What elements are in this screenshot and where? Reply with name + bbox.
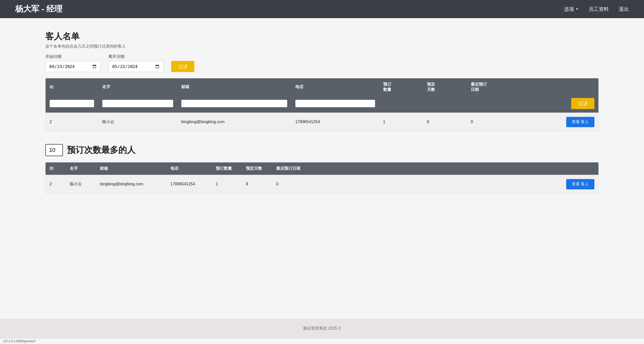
top-col-header-id: ID	[46, 162, 66, 175]
filter-cell-action: 过滤	[528, 96, 598, 113]
col-header-phone: 电话	[291, 78, 379, 96]
top-table-row: 2 陈小云 bingbing@bingbing.com 17896541254 …	[46, 175, 598, 193]
start-date-label: 开始日期	[45, 54, 101, 59]
end-date-input[interactable]	[108, 61, 164, 72]
col-header-last-booking: 最后预订日期	[467, 78, 528, 96]
start-date-group: 开始日期	[45, 54, 101, 72]
start-date-input[interactable]	[45, 61, 101, 72]
logout-label: 退出	[619, 6, 629, 13]
top-bookings-title-row: 预订次数最多的人	[45, 144, 599, 156]
options-label: 选项	[564, 6, 574, 13]
guest-row-action-cell: 查看 客人	[528, 113, 598, 131]
top-row-bookings: 1	[212, 175, 242, 193]
top-col-header-name: 名字	[66, 162, 96, 175]
guest-list-title: 客人名单	[45, 31, 599, 42]
status-bar-url: 127.0.0.1:8000/guests/#	[3, 339, 35, 343]
guest-list-header: 客人名单 这个名单包括在这几天之间预订过房间的客人	[45, 31, 599, 49]
end-date-label: 离开日期	[108, 54, 164, 59]
view-guest-button[interactable]: 查看 客人	[566, 117, 594, 127]
top-row-name: 陈小云	[66, 175, 96, 193]
col-header-action	[528, 78, 598, 96]
filter-cell-phone	[291, 96, 379, 113]
guest-list-table-container: ID 名字 邮箱 电话 预订数量 预定天数 最后预订日期	[45, 78, 599, 131]
top-count-input[interactable]	[45, 144, 63, 156]
guest-table-filter-row: 过滤	[46, 96, 598, 113]
header-nav: 选项 ▼ 员工资料 退出	[564, 6, 629, 13]
filter-input-phone[interactable]	[295, 100, 375, 107]
top-bookings-title: 预订次数最多的人	[67, 144, 135, 156]
filter-cell-days	[423, 96, 467, 113]
top-bookings-section: 预订次数最多的人 ID 名字 邮箱 电话 预订数量 预定天数 最后预订日期	[45, 144, 599, 194]
top-bookings-table-container: ID 名字 邮箱 电话 预订数量 预定天数 最后预订日期 2 陈小云 bing	[45, 162, 599, 194]
footer: 酒店管理系统 2025 ©	[0, 319, 644, 338]
top-col-header-action	[317, 162, 598, 175]
top-col-header-email: 邮箱	[96, 162, 166, 175]
top-row-last-booking: 0	[272, 175, 317, 193]
guest-row-phone: 17896541254	[291, 113, 379, 131]
col-header-id: ID	[46, 78, 98, 96]
top-row-days: 8	[242, 175, 272, 193]
filter-cell-name	[98, 96, 177, 113]
guest-table-header-row: ID 名字 邮箱 电话 预订数量 预定天数 最后预订日期	[46, 78, 598, 96]
header: 杨大军 - 经理 选项 ▼ 员工资料 退出	[0, 0, 644, 18]
top-col-header-phone: 电话	[166, 162, 212, 175]
employee-info-link[interactable]: 员工资料	[589, 6, 609, 13]
header-title: 杨大军 - 经理	[15, 4, 62, 15]
chevron-down-icon: ▼	[576, 7, 579, 11]
guest-table-body: 2 陈小云 bingbing@bingbing.com 17896541254 …	[46, 113, 598, 131]
employee-info-label: 员工资料	[589, 6, 609, 13]
guest-row-last-booking: 0	[467, 113, 528, 131]
top-col-header-days: 预定天数	[242, 162, 272, 175]
logout-button[interactable]: 退出	[619, 6, 629, 13]
guest-table-row: 2 陈小云 bingbing@bingbing.com 17896541254 …	[46, 113, 598, 131]
filter-cell-last	[467, 96, 528, 113]
top-bookings-table: ID 名字 邮箱 电话 预订数量 预定天数 最后预订日期 2 陈小云 bing	[46, 162, 598, 193]
date-filter-row: 开始日期 离开日期 过滤	[45, 54, 599, 72]
guest-row-days: 8	[423, 113, 467, 131]
top-col-header-last: 最后预订日期	[272, 162, 317, 175]
top-row-phone: 17896541254	[166, 175, 212, 193]
top-col-header-bookings: 预订数量	[212, 162, 242, 175]
date-filter-button[interactable]: 过滤	[171, 61, 194, 72]
filter-input-name[interactable]	[102, 100, 173, 107]
guest-list-section: 客人名单 这个名单包括在这几天之间预订过房间的客人 开始日期 离开日期 过滤 I…	[45, 31, 599, 131]
guest-row-name: 陈小云	[98, 113, 177, 131]
guest-list-table: ID 名字 邮箱 电话 预订数量 预定天数 最后预订日期	[46, 78, 598, 131]
filter-cell-id	[46, 96, 98, 113]
guest-row-id: 2	[46, 113, 98, 131]
guest-row-email: bingbing@bingbing.com	[177, 113, 291, 131]
table-filter-button[interactable]: 过滤	[571, 98, 594, 109]
end-date-group: 离开日期	[108, 54, 164, 72]
top-row-id: 2	[46, 175, 66, 193]
top-row-email: bingbing@bingbing.com	[96, 175, 166, 193]
top-table-header-row: ID 名字 邮箱 电话 预订数量 预定天数 最后预订日期	[46, 162, 598, 175]
main-content: 客人名单 这个名单包括在这几天之间预订过房间的客人 开始日期 离开日期 过滤 I…	[0, 18, 644, 319]
guest-list-subtitle: 这个名单包括在这几天之间预订过房间的客人	[45, 44, 599, 49]
options-menu[interactable]: 选项 ▼	[564, 6, 579, 13]
col-header-name: 名字	[98, 78, 177, 96]
col-header-bookings: 预订数量	[379, 78, 423, 96]
top-row-action-cell: 查看 客人	[317, 175, 598, 193]
filter-input-id[interactable]	[50, 100, 94, 107]
filter-cell-bookings	[379, 96, 423, 113]
filter-input-email[interactable]	[181, 100, 287, 107]
col-header-email: 邮箱	[177, 78, 291, 96]
footer-text: 酒店管理系统 2025 ©	[303, 326, 341, 330]
col-header-days: 预定天数	[423, 78, 467, 96]
top-bookings-table-body: 2 陈小云 bingbing@bingbing.com 17896541254 …	[46, 175, 598, 193]
status-bar: 127.0.0.1:8000/guests/#	[0, 338, 644, 344]
filter-cell-email	[177, 96, 291, 113]
guest-row-bookings: 1	[379, 113, 423, 131]
top-view-guest-button[interactable]: 查看 客人	[566, 179, 594, 189]
